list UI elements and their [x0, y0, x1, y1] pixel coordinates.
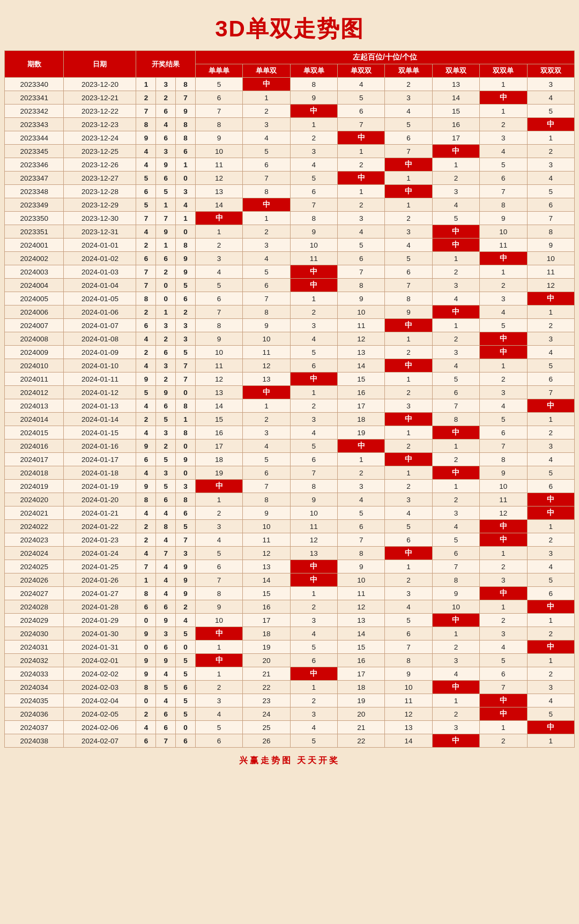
cell-val: 5	[290, 734, 337, 748]
cell-num: 9	[136, 372, 156, 386]
cell-val: 2	[432, 707, 479, 721]
cell-val: 2	[432, 172, 479, 185]
cell-val: 2	[527, 627, 574, 640]
header-qishu: 期数	[5, 51, 64, 78]
cell-val: 20	[243, 654, 290, 667]
cell-val: 16	[338, 386, 385, 399]
cell-val: 中	[385, 413, 432, 426]
cell-val: 1	[338, 145, 385, 158]
cell-val: 4	[290, 158, 337, 172]
cell-val: 8	[338, 547, 385, 560]
cell-num: 8	[176, 426, 196, 439]
cell-val: 1	[480, 359, 527, 372]
cell-val: 2	[290, 305, 337, 319]
cell-val: 1	[432, 480, 479, 493]
cell-val: 2	[480, 372, 527, 386]
table-row: 20240122024-01-1259013中1162637	[5, 386, 575, 399]
cell-val: 7	[385, 279, 432, 292]
cell-val: 11	[243, 533, 290, 547]
table-row: 20240062024-01-06212782109中41	[5, 305, 575, 319]
cell-val: 10	[480, 480, 527, 493]
cell-val: 8	[480, 198, 527, 212]
cell-val: 7	[338, 265, 385, 279]
cell-val: 2	[527, 533, 574, 547]
cell-date: 2024-01-17	[64, 453, 136, 466]
cell-val: 11	[195, 158, 242, 172]
table-row: 20240192024-01-19953中78321106	[5, 480, 575, 493]
cell-num: 0	[136, 694, 156, 707]
cell-val: 12	[195, 372, 242, 386]
cell-val: 2	[195, 506, 242, 520]
cell-val: 7	[243, 292, 290, 305]
cell-val: 3	[243, 239, 290, 252]
cell-val: 4	[385, 506, 432, 520]
cell-num: 1	[136, 78, 156, 91]
cell-qishu: 2024029	[5, 614, 64, 627]
cell-val: 19	[243, 640, 290, 654]
cell-val: 中	[385, 185, 432, 198]
cell-val: 6	[290, 453, 337, 466]
cell-val: 7	[290, 198, 337, 212]
cell-val: 9	[243, 506, 290, 520]
cell-val: 2	[432, 332, 479, 346]
cell-num: 3	[156, 145, 176, 158]
cell-val: 3	[432, 654, 479, 667]
cell-num: 7	[156, 734, 176, 748]
cell-date: 2024-01-10	[64, 359, 136, 372]
cell-val: 5	[385, 520, 432, 533]
cell-val: 中	[432, 225, 479, 239]
cell-date: 2024-01-05	[64, 292, 136, 305]
cell-qishu: 2024036	[5, 707, 64, 721]
cell-date: 2023-12-28	[64, 185, 136, 198]
cell-val: 1	[385, 426, 432, 439]
cell-val: 14	[385, 734, 432, 748]
cell-val: 3	[290, 413, 337, 426]
cell-date: 2024-01-15	[64, 426, 136, 439]
table-row: 20240352024-02-04045323219111中4	[5, 694, 575, 707]
cell-num: 4	[136, 225, 156, 239]
cell-val: 1	[385, 560, 432, 573]
cell-val: 4	[338, 225, 385, 239]
cell-val: 3	[480, 131, 527, 145]
cell-date: 2024-01-06	[64, 305, 136, 319]
cell-val: 2	[338, 158, 385, 172]
cell-val: 中	[385, 359, 432, 372]
header-type: 单单单	[195, 64, 242, 78]
cell-val: 2	[195, 239, 242, 252]
cell-val: 7	[243, 480, 290, 493]
cell-val: 4	[195, 533, 242, 547]
cell-num: 4	[136, 426, 156, 439]
cell-num: 5	[156, 480, 176, 493]
cell-qishu: 2023341	[5, 91, 64, 105]
cell-val: 4	[338, 78, 385, 91]
cell-num: 8	[136, 681, 156, 694]
cell-val: 11	[527, 265, 574, 279]
cell-val: 5	[385, 118, 432, 131]
cell-num: 8	[176, 118, 196, 131]
table-row: 20233472023-12-275601275中1264	[5, 172, 575, 185]
cell-num: 9	[156, 158, 176, 172]
cell-num: 4	[136, 158, 156, 172]
cell-val: 1	[290, 118, 337, 131]
cell-date: 2024-02-05	[64, 707, 136, 721]
cell-val: 3	[385, 587, 432, 600]
cell-val: 4	[385, 239, 432, 252]
cell-val: 1	[527, 654, 574, 667]
cell-num: 4	[156, 694, 176, 707]
cell-val: 9	[243, 319, 290, 332]
cell-val: 4	[432, 292, 479, 305]
cell-val: 中	[338, 439, 385, 453]
header-type: 单双单	[290, 64, 337, 78]
cell-qishu: 2024033	[5, 667, 64, 681]
cell-val: 2	[243, 225, 290, 239]
cell-val: 8	[290, 480, 337, 493]
cell-num: 5	[136, 386, 156, 399]
table-row: 20233492023-12-2951414中721486	[5, 198, 575, 212]
cell-val: 5	[290, 346, 337, 359]
cell-val: 1	[527, 413, 574, 426]
cell-val: 6	[385, 627, 432, 640]
cell-val: 2	[432, 493, 479, 506]
cell-val: 中	[432, 681, 479, 694]
cell-num: 3	[176, 319, 196, 332]
cell-num: 6	[176, 145, 196, 158]
